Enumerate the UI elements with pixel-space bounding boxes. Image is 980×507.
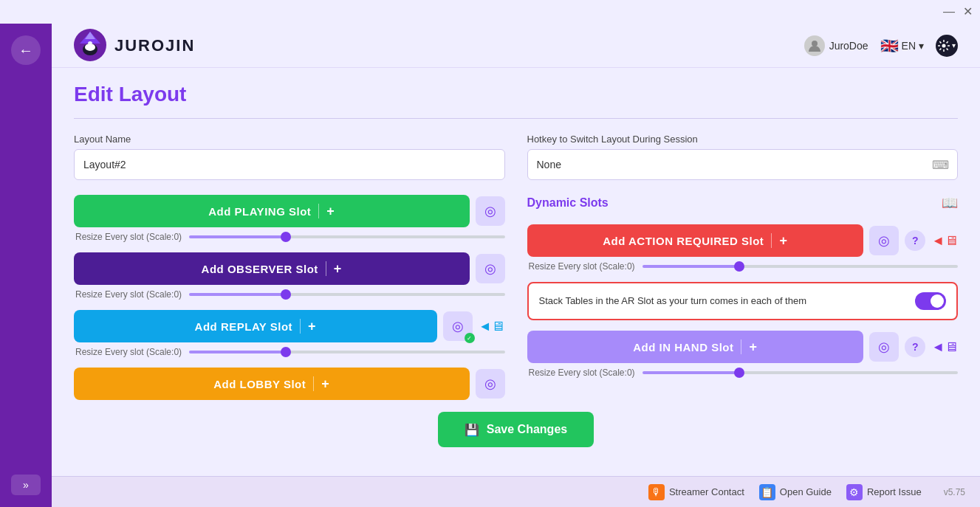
streamer-contact-icon: 🎙 xyxy=(648,484,665,500)
footer: 🎙 Streamer Contact 📋 Open Guide ⚙ Report… xyxy=(52,476,980,507)
open-guide-label: Open Guide xyxy=(780,486,832,497)
replay-scale-label: Resize Every slot (Scale:0) xyxy=(75,347,182,357)
replay-screen-icon[interactable]: ◄🖥 xyxy=(479,319,505,334)
ar-scale-slider[interactable] xyxy=(643,265,958,268)
add-lobby-slot-button[interactable]: Add LOBBY Slot + xyxy=(74,368,470,400)
observer-crosshair-button[interactable]: ◎ xyxy=(476,254,505,283)
main-area: JUROJIN JuroDoe 🇬🇧 EN ▾ ▾ xyxy=(52,24,980,507)
header: JUROJIN JuroDoe 🇬🇧 EN ▾ ▾ xyxy=(52,24,980,68)
lang-chevron: ▾ xyxy=(919,40,924,52)
sidebar-expand-button[interactable]: » xyxy=(11,475,41,495)
minimize-button[interactable]: — xyxy=(943,7,953,17)
check-badge: ✓ xyxy=(465,333,475,343)
add-replay-slot-button[interactable]: Add REPLAY Slot + xyxy=(74,310,437,342)
add-playing-slot-button[interactable]: Add PLAYING Slot + xyxy=(74,195,470,227)
replay-slot-block: Add REPLAY Slot + ◎ ✓ ◄🖥 Resize Eve xyxy=(74,310,505,357)
inhand-slot-row: Add IN HAND Slot + ◎ ? ◄🖥 xyxy=(527,331,959,363)
settings-button[interactable]: ▾ xyxy=(936,35,958,57)
streamer-contact-link[interactable]: 🎙 Streamer Contact xyxy=(648,484,744,500)
add-observer-slot-button[interactable]: Add OBSERVER Slot + xyxy=(74,252,470,285)
save-area: 💾 Save Changes xyxy=(74,400,958,455)
inhand-slot-block: Add IN HAND Slot + ◎ ? ◄🖥 Resize Every s… xyxy=(527,331,959,378)
svg-point-7 xyxy=(942,44,946,47)
logo-text: JUROJIN xyxy=(114,36,195,55)
report-issue-link[interactable]: ⚙ Report Issue xyxy=(846,484,922,500)
hotkey-label: Hotkey to Switch Layout During Session xyxy=(527,134,959,145)
report-issue-label: Report Issue xyxy=(867,486,922,497)
dynamic-slots-title: Dynamic Slots xyxy=(527,196,609,210)
slots-container: Add PLAYING Slot + ◎ Resize Every slot (… xyxy=(74,195,958,400)
btn-divider xyxy=(326,261,326,276)
report-issue-icon: ⚙ xyxy=(846,484,863,500)
ar-toggle-block: Stack Tables in the AR Slot as your turn… xyxy=(527,282,959,320)
flag-icon: 🇬🇧 xyxy=(880,37,899,55)
language-selector[interactable]: 🇬🇧 EN ▾ xyxy=(880,37,924,55)
open-guide-icon: 📋 xyxy=(759,484,775,500)
inhand-screen-icon[interactable]: ◄🖥 xyxy=(931,339,958,355)
layout-name-col: Layout Name xyxy=(74,134,505,180)
observer-scale-slider[interactable] xyxy=(189,293,504,296)
user-name: JuroDoe xyxy=(829,40,868,52)
save-icon: 💾 xyxy=(465,423,479,437)
slots-left: Add PLAYING Slot + ◎ Resize Every slot (… xyxy=(74,195,505,400)
dynamic-slots-header: Dynamic Slots 📖 xyxy=(527,195,959,211)
plus-icon: + xyxy=(749,339,757,355)
btn-divider xyxy=(771,233,772,248)
plus-icon: + xyxy=(321,376,329,392)
btn-divider xyxy=(741,339,741,354)
save-changes-button[interactable]: 💾 Save Changes xyxy=(438,412,594,447)
lang-label: EN xyxy=(902,40,916,52)
ar-slot-block: Add ACTION REQUIRED Slot + ◎ ? ◄🖥 Resize… xyxy=(527,224,959,272)
form-top-row: Layout Name Hotkey to Switch Layout Duri… xyxy=(74,134,958,180)
plus-icon: + xyxy=(779,233,787,249)
hotkey-col: Hotkey to Switch Layout During Session ⌨ xyxy=(527,134,959,180)
user-info[interactable]: JuroDoe xyxy=(804,35,868,56)
ar-toggle-switch[interactable] xyxy=(915,292,946,310)
add-inhand-slot-button[interactable]: Add IN HAND Slot + xyxy=(527,331,864,363)
playing-scale-label: Resize Every slot (Scale:0) xyxy=(75,232,182,242)
header-right: JuroDoe 🇬🇧 EN ▾ ▾ xyxy=(804,35,958,57)
back-button[interactable]: ← xyxy=(11,35,41,65)
replay-scale-row: Resize Every slot (Scale:0) xyxy=(74,347,505,357)
layout-name-input[interactable] xyxy=(74,149,505,180)
inhand-crosshair-button[interactable]: ◎ xyxy=(869,332,899,362)
close-button[interactable]: ✕ xyxy=(962,7,973,17)
replay-crosshair-button[interactable]: ◎ ✓ xyxy=(443,311,473,341)
playing-scale-slider[interactable] xyxy=(189,235,504,238)
ar-scale-row: Resize Every slot (Scale:0) xyxy=(527,261,959,272)
ar-crosshair-button[interactable]: ◎ xyxy=(869,226,899,255)
book-icon[interactable]: 📖 xyxy=(942,195,958,211)
inhand-scale-label: Resize Every slot (Scale:0) xyxy=(529,368,635,378)
keyboard-icon: ⌨ xyxy=(932,158,949,172)
add-ar-slot-button[interactable]: Add ACTION REQUIRED Slot + xyxy=(527,224,864,257)
inhand-question-button[interactable]: ? xyxy=(905,337,925,357)
slots-right: Dynamic Slots 📖 Add ACTION REQUIRED Slot… xyxy=(527,195,959,400)
titlebar: — ✕ xyxy=(0,0,980,24)
layout-name-label: Layout Name xyxy=(74,134,505,145)
btn-divider xyxy=(318,204,319,218)
lobby-crosshair-button[interactable]: ◎ xyxy=(476,369,505,399)
plus-icon: + xyxy=(308,319,316,334)
replay-slot-row: Add REPLAY Slot + ◎ ✓ ◄🖥 xyxy=(74,310,505,342)
btn-divider xyxy=(300,319,301,334)
playing-crosshair-button[interactable]: ◎ xyxy=(476,196,505,226)
observer-scale-label: Resize Every slot (Scale:0) xyxy=(75,289,182,300)
inhand-scale-slider[interactable] xyxy=(643,371,958,374)
playing-scale-row: Resize Every slot (Scale:0) xyxy=(74,232,505,242)
replay-scale-slider[interactable] xyxy=(189,351,504,353)
observer-slot-row: Add OBSERVER Slot + ◎ xyxy=(74,252,505,285)
ar-toggle-text: Stack Tables in the AR Slot as your turn… xyxy=(539,294,807,308)
content: Edit Layout Layout Name Hotkey to Switch… xyxy=(52,68,980,476)
open-guide-link[interactable]: 📋 Open Guide xyxy=(759,484,832,500)
playing-slot-block: Add PLAYING Slot + ◎ Resize Every slot (… xyxy=(74,195,505,242)
ar-scale-label: Resize Every slot (Scale:0) xyxy=(529,261,635,272)
svg-point-5 xyxy=(85,44,95,51)
plus-icon: + xyxy=(326,204,335,219)
ar-screen-icon[interactable]: ◄🖥 xyxy=(931,233,958,249)
logo-area: JUROJIN xyxy=(74,29,195,62)
ar-question-button[interactable]: ? xyxy=(905,230,925,251)
observer-slot-block: Add OBSERVER Slot + ◎ Resize Every slot … xyxy=(74,252,505,300)
section-divider xyxy=(74,118,958,119)
logo-icon xyxy=(74,29,107,62)
hotkey-input[interactable] xyxy=(527,149,959,180)
